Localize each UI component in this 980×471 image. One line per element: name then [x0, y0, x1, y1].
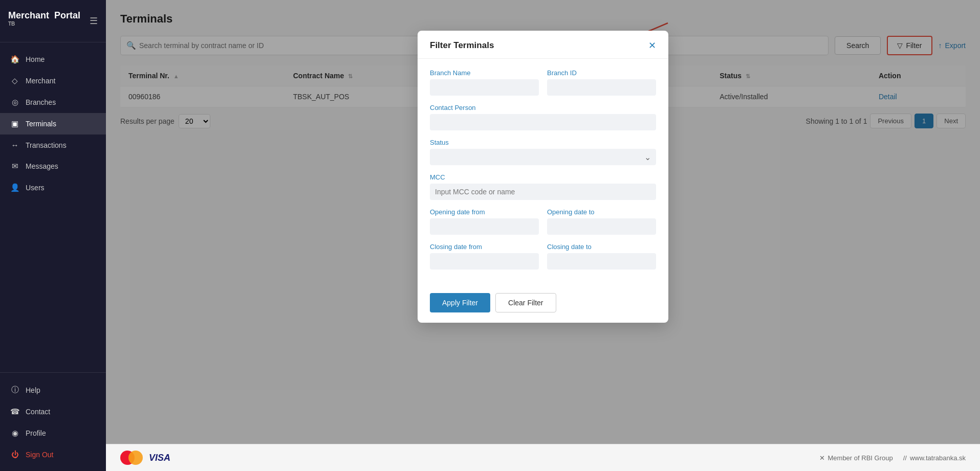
sidebar-logo: Merchant Portal TB ☰ — [0, 0, 106, 42]
logo-text: Merchant Portal TB — [8, 10, 90, 32]
closing-date-to-input[interactable] — [547, 253, 656, 270]
sidebar-bottom: ⓘ Help ☎ Contact ◉ Profile ⏻ Sign Out — [0, 372, 106, 471]
opening-date-from-label: Opening date from — [430, 208, 539, 216]
transactions-icon: ↔ — [10, 141, 19, 149]
form-row-mcc: MCC — [430, 173, 656, 200]
status-label: Status — [430, 139, 656, 146]
website-item: // www.tatrabanka.sk — [903, 454, 966, 462]
form-group-mcc: MCC — [430, 173, 656, 200]
logo-merchant: Merchant — [8, 10, 49, 20]
merchant-icon: ◇ — [10, 76, 19, 85]
opening-date-to-label: Opening date to — [547, 208, 656, 216]
status-select[interactable]: Active/Installed Inactive — [430, 149, 656, 165]
form-row-opening-dates: Opening date from Opening date to — [430, 208, 656, 235]
sidebar-item-profile-label: Profile — [26, 429, 46, 437]
contact-person-input[interactable] — [430, 114, 656, 130]
home-icon: 🏠 — [10, 55, 19, 64]
sidebar-item-transactions[interactable]: ↔ Transactions — [0, 134, 106, 155]
sidebar-item-users[interactable]: 👤 Users — [0, 177, 106, 198]
form-row-closing-dates: Closing date from Closing date to — [430, 243, 656, 270]
opening-date-from-input[interactable] — [430, 218, 539, 235]
website-text: www.tatrabanka.sk — [910, 454, 966, 462]
main-content: Terminals 🔍 Search ▽ Filter ↑ Export — [106, 0, 980, 471]
modal-close-button[interactable]: ✕ — [648, 40, 656, 51]
sidebar-item-terminals-label: Terminals — [26, 120, 56, 128]
sidebar-item-help[interactable]: ⓘ Help — [0, 379, 106, 401]
mc-yellow-circle — [128, 451, 143, 465]
sidebar-item-signout[interactable]: ⏻ Sign Out — [0, 444, 106, 465]
form-group-status: Status Active/Installed Inactive — [430, 139, 656, 165]
closing-date-from-input[interactable] — [430, 253, 539, 270]
website-icon: // — [903, 454, 907, 462]
rbi-icon: ✕ — [819, 454, 825, 462]
mastercard-logo — [120, 451, 143, 465]
contact-icon: ☎ — [10, 407, 19, 416]
logo-badge: TB — [8, 21, 15, 27]
apply-filter-button[interactable]: Apply Filter — [430, 293, 490, 312]
sidebar-item-help-label: Help — [26, 386, 40, 394]
sidebar-item-messages-label: Messages — [26, 162, 58, 170]
branch-id-label: Branch ID — [547, 69, 656, 77]
mcc-input[interactable] — [430, 184, 656, 200]
sidebar-signout-label: Sign Out — [26, 451, 53, 459]
sidebar-item-home-label: Home — [26, 55, 45, 63]
sidebar-item-merchant-label: Merchant — [26, 77, 55, 85]
sidebar: Merchant Portal TB ☰ 🏠 Home ◇ Merchant ◎… — [0, 0, 106, 471]
main-nav: 🏠 Home ◇ Merchant ◎ Branches ▣ Terminals… — [0, 42, 106, 372]
sidebar-item-users-label: Users — [26, 184, 45, 192]
closing-date-from-label: Closing date from — [430, 243, 539, 251]
closing-date-to-label: Closing date to — [547, 243, 656, 251]
clear-filter-button[interactable]: Clear Filter — [495, 293, 556, 312]
terminals-icon: ▣ — [10, 119, 19, 128]
branch-name-label: Branch Name — [430, 69, 539, 77]
modal-title: Filter Terminals — [430, 40, 494, 51]
form-row-branch: Branch Name Branch ID — [430, 69, 656, 96]
contact-person-label: Contact Person — [430, 104, 656, 111]
branches-icon: ◎ — [10, 98, 19, 107]
sidebar-item-contact[interactable]: ☎ Contact — [0, 401, 106, 422]
footer-logos: VISA — [120, 451, 170, 465]
footer-right: ✕ Member of RBI Group // www.tatrabanka.… — [819, 454, 966, 462]
branch-id-input[interactable] — [547, 79, 656, 96]
help-icon: ⓘ — [10, 385, 19, 395]
sidebar-item-profile[interactable]: ◉ Profile — [0, 422, 106, 444]
status-select-wrapper: Active/Installed Inactive — [430, 149, 656, 165]
messages-icon: ✉ — [10, 162, 19, 171]
profile-icon: ◉ — [10, 429, 19, 438]
sidebar-item-home[interactable]: 🏠 Home — [0, 49, 106, 70]
users-icon: 👤 — [10, 183, 19, 192]
rbi-text: Member of RBI Group — [828, 454, 893, 462]
modal-header: Filter Terminals ✕ — [418, 31, 668, 59]
main-footer: VISA ✕ Member of RBI Group // www.tatrab… — [106, 444, 980, 471]
form-group-closing-to: Closing date to — [547, 243, 656, 270]
modal-body: Branch Name Branch ID Contact Person — [418, 59, 668, 286]
form-row-status: Status Active/Installed Inactive — [430, 139, 656, 165]
form-row-contact: Contact Person — [430, 104, 656, 130]
sidebar-item-contact-label: Contact — [26, 408, 50, 416]
sidebar-item-merchant[interactable]: ◇ Merchant — [0, 70, 106, 92]
modal-footer: Apply Filter Clear Filter — [418, 286, 668, 323]
visa-logo: VISA — [149, 453, 170, 463]
signout-icon: ⏻ — [10, 450, 19, 459]
form-group-closing-from: Closing date from — [430, 243, 539, 270]
rbi-member: ✕ Member of RBI Group — [819, 454, 893, 462]
form-group-branch-name: Branch Name — [430, 69, 539, 96]
form-group-contact-person: Contact Person — [430, 104, 656, 130]
sidebar-item-terminals[interactable]: ▣ Terminals — [0, 113, 106, 134]
form-group-branch-id: Branch ID — [547, 69, 656, 96]
form-group-opening-to: Opening date to — [547, 208, 656, 235]
sidebar-item-branches[interactable]: ◎ Branches — [0, 92, 106, 113]
modal-overlay[interactable]: Filter Terminals ✕ Branch Name Branch ID — [106, 0, 980, 444]
mcc-label: MCC — [430, 173, 656, 181]
branch-name-input[interactable] — [430, 79, 539, 96]
main-inner: Terminals 🔍 Search ▽ Filter ↑ Export — [106, 0, 980, 444]
sidebar-item-messages[interactable]: ✉ Messages — [0, 155, 106, 177]
opening-date-to-input[interactable] — [547, 218, 656, 235]
sidebar-item-branches-label: Branches — [26, 98, 56, 106]
menu-hamburger-icon[interactable]: ☰ — [90, 15, 98, 27]
sidebar-item-transactions-label: Transactions — [26, 141, 67, 149]
logo-portal: Portal — [54, 10, 80, 20]
filter-modal: Filter Terminals ✕ Branch Name Branch ID — [418, 31, 668, 323]
form-group-opening-from: Opening date from — [430, 208, 539, 235]
